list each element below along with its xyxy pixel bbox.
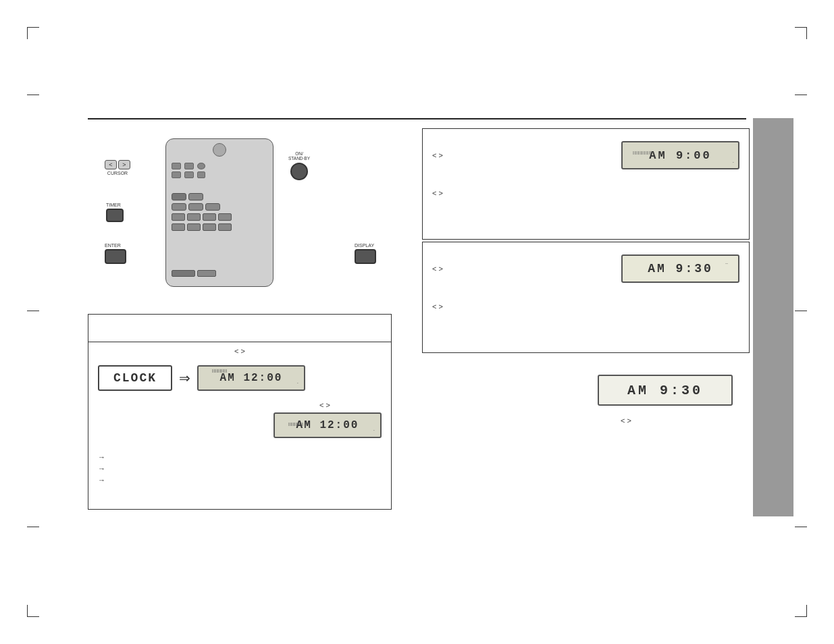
grid-btn-6 (197, 171, 205, 178)
display-button[interactable] (355, 249, 376, 264)
low-btn-2 (187, 213, 201, 221)
low-btn-5 (172, 223, 185, 231)
button-rows-mid (172, 193, 232, 231)
remote-sensor (213, 143, 226, 157)
low-btn-8 (218, 223, 232, 231)
mid-btn-3 (172, 203, 186, 211)
rm-lcd1: AM 9:30 ‥ (621, 254, 739, 283)
corner-mark-bl (27, 605, 39, 617)
rt-lcd1: ||||||||||||||||||||| AM 9:00 · (621, 141, 739, 169)
clock-lcd1-text: AM 12:00 (220, 372, 283, 384)
step2-arrow-row: < > (88, 401, 391, 409)
lcd1-cursor: · (297, 380, 298, 386)
rt-lcd1-ticks: ||||||||||||||||||||| (633, 144, 728, 157)
final-display-area: AM 9:30 < > (432, 375, 739, 425)
cursor-label: CURSOR (105, 171, 130, 176)
clock-lcd1: ||||||||||||||||| AM 12:00 · (197, 365, 305, 391)
rt-arrow1: < > (432, 151, 443, 159)
timer-label: TIMER (106, 203, 124, 207)
rm-lcd1-cursor-top: ‥ (725, 260, 729, 265)
low-btn-4 (218, 213, 232, 221)
display-label: DISPLAY (355, 243, 376, 248)
final-note-row: < > (621, 417, 631, 425)
timer-button[interactable] (106, 209, 124, 222)
mid-btn-5 (205, 203, 220, 211)
grid-btn-1 (172, 163, 181, 169)
on-standby-label: ON/ STAND·BY (288, 151, 310, 161)
bottom-strip (172, 270, 216, 277)
final-note-arrow: < > (621, 417, 631, 425)
margin-mark-left-top (27, 95, 39, 95)
enter-button[interactable] (105, 249, 126, 264)
display-group: DISPLAY (355, 243, 376, 264)
cursor-group: < > CURSOR (105, 160, 130, 176)
cursor-right-arrow[interactable]: > (118, 160, 130, 169)
mid-row-2 (172, 203, 232, 211)
mid-row-1 (172, 193, 232, 200)
on-standby-group: ON/ STAND·BY (288, 151, 310, 180)
lcd2-row: ||||||||||||||||| AM 12:00 · (88, 412, 382, 438)
mid-btn-4 (188, 203, 203, 211)
cursor-left-arrow[interactable]: < (105, 160, 117, 169)
inst-arrow-3: → (98, 476, 105, 484)
step1-bracket-indicator: < > (234, 347, 245, 355)
remote-illustration: ON/ STAND·BY < > CURSOR TIMER ENTER DISP… (98, 132, 388, 307)
lower-row-1 (172, 213, 232, 221)
rm-lcd1-text: AM 9:30 (648, 262, 713, 275)
clock-arrow-symbol: ⇒ (179, 370, 190, 386)
inst-line-3: → (98, 476, 109, 484)
rm-arrow1: < > (432, 265, 443, 273)
margin-mark-right-top (795, 95, 807, 95)
corner-mark-tr (795, 27, 807, 39)
strip-btn-1 (172, 270, 195, 277)
rt-row2: < > (432, 186, 443, 198)
rt-arrow2: < > (432, 189, 443, 197)
clock-label-box: CLOCK (98, 365, 172, 391)
step1-arrow-row: < > (88, 347, 391, 355)
mid-btn-1 (172, 193, 186, 200)
lcd2-cursor: · (373, 427, 375, 433)
margin-mark-right-bot (795, 527, 807, 527)
instruction-lines: → → → (98, 453, 109, 484)
right-mid-box: < > AM 9:30 ‥ < > (422, 242, 750, 353)
strip-btn-2 (197, 270, 216, 277)
inst-line-2: → (98, 464, 109, 473)
lcd1-ticks: ||||||||||||||||| (212, 369, 290, 373)
enter-group: ENTER (105, 243, 126, 264)
final-lcd: AM 9:30 (598, 375, 733, 406)
corner-mark-tl (27, 27, 39, 39)
grid-btn-2 (184, 163, 194, 169)
low-btn-3 (203, 213, 216, 221)
inst-arrow-2: → (98, 464, 105, 473)
grid-btn-3-circle (197, 163, 205, 169)
rt-row1: < > ||||||||||||||||||||| AM 9:00 · (432, 141, 739, 169)
grid-btn-4 (172, 171, 181, 178)
grid-btn-5 (184, 171, 194, 178)
clock-display-row: CLOCK ⇒ ||||||||||||||||| AM 12:00 · (98, 365, 382, 391)
margin-mark-left-mid (27, 311, 39, 311)
top-rule (88, 118, 746, 119)
right-sidebar (753, 118, 793, 516)
rm-row1: < > AM 9:30 ‥ (432, 254, 739, 283)
clock-lcd2: ||||||||||||||||| AM 12:00 · (273, 412, 382, 438)
timer-group: TIMER (106, 203, 124, 222)
lower-left-instruction-box: < > CLOCK ⇒ ||||||||||||||||| AM 12:00 ·… (88, 314, 392, 510)
margin-mark-left-bot (27, 527, 39, 527)
cursor-arrows-row: < > (105, 160, 130, 169)
right-top-box: < > ||||||||||||||||||||| AM 9:00 · < > (422, 128, 750, 240)
final-lcd-text: AM 9:30 (627, 383, 703, 398)
button-grid-top (172, 163, 208, 178)
corner-mark-br (795, 605, 807, 617)
lower-row-2 (172, 223, 232, 231)
low-btn-7 (203, 223, 216, 231)
inst-line-1: → (98, 453, 109, 461)
rt-lcd1-cursor: · (733, 159, 734, 165)
mid-btn-2 (188, 193, 203, 200)
llb-top-rule (88, 342, 391, 342)
on-standby-button[interactable] (290, 163, 308, 180)
inst-arrow-1: → (98, 453, 105, 461)
rm-row2: < > (432, 300, 443, 312)
remote-body: ON/ STAND·BY (165, 138, 273, 287)
step2-bracket-indicator: < > (319, 401, 330, 409)
enter-label: ENTER (105, 243, 126, 248)
